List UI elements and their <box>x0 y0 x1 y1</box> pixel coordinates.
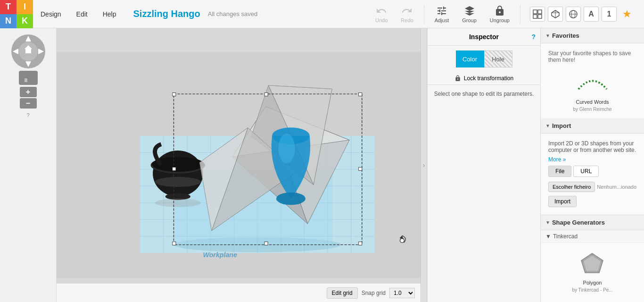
edit-grid-button[interactable]: Edit grid <box>327 287 358 299</box>
number-view-icon[interactable]: 1 <box>602 7 617 22</box>
zoom-in-button[interactable]: + <box>20 87 37 97</box>
import-submit-button[interactable]: Import <box>548 196 577 207</box>
ungroup-button[interactable]: Ungroup <box>485 1 514 27</box>
snap-grid-select[interactable]: 0.1 0.25 0.5 1.0 2.0 5.0 10.0 <box>389 288 415 298</box>
undo-button[interactable]: Undo <box>371 1 392 27</box>
favorites-section: ▼ Favorites Star your favorite shapes to… <box>541 28 644 118</box>
toolbar-right: Undo Redo Adjust Group Ungroup <box>365 1 644 27</box>
favorites-content: Star your favorite shapes to save them h… <box>541 43 644 118</box>
nav-ring-svg[interactable] <box>11 34 46 69</box>
nav-edit[interactable]: Edit <box>69 0 95 28</box>
polygon-sublabel: by Tinkercad - Pe... <box>572 287 612 293</box>
nav-menu: Design Edit Help <box>33 0 124 28</box>
inspector-help[interactable]: ? <box>531 33 536 41</box>
curved-words-icon <box>574 69 611 97</box>
svg-rect-58 <box>173 92 176 96</box>
grid-view-icon[interactable] <box>530 7 545 22</box>
lock-label: Lock transformation <box>464 75 513 82</box>
ungroup-label: Ungroup <box>490 17 510 23</box>
collapse-handle[interactable]: › <box>421 28 427 302</box>
shape-generators-header[interactable]: ▼ Shape Generators <box>541 215 644 230</box>
svg-rect-60 <box>173 242 176 245</box>
svg-point-66 <box>400 238 405 243</box>
url-btn[interactable]: URL <box>573 166 599 177</box>
svg-rect-63 <box>264 242 268 245</box>
undo-label: Undo <box>375 17 388 23</box>
nav-design[interactable]: Design <box>33 0 69 28</box>
file-btn[interactable]: File <box>548 166 571 177</box>
adjust-button[interactable]: Adjust <box>430 1 454 27</box>
logo-k: K <box>17 14 33 28</box>
svg-point-37 <box>155 177 201 187</box>
inspector-header: Inspector ? <box>428 28 540 46</box>
svg-rect-1 <box>538 10 542 14</box>
svg-rect-2 <box>533 15 537 18</box>
snap-grid-label: Snap grid <box>362 290 386 296</box>
svg-rect-61 <box>359 242 362 245</box>
svg-rect-10 <box>25 49 31 53</box>
favorites-header[interactable]: ▼ Favorites <box>541 28 644 43</box>
svg-rect-59 <box>359 92 362 96</box>
nav-ring <box>11 34 46 69</box>
logo-n: N <box>0 14 17 28</box>
adjust-label: Adjust <box>435 17 449 23</box>
3d-viewport[interactable]: Workplane <box>57 28 421 302</box>
zoom-out-button[interactable]: − <box>20 98 37 109</box>
project-title-area: Sizzling Hango All changes saved <box>124 8 365 19</box>
inspector-title: Inspector <box>469 33 499 41</box>
zoom-controls: + − <box>20 87 37 109</box>
color-hole-buttons: Color Hole <box>428 46 540 72</box>
svg-marker-13 <box>23 74 33 77</box>
polygon-label: Polygon <box>583 280 602 285</box>
curved-words-label: Curved Words <box>576 99 609 105</box>
shape-generators-section: ▼ Shape Generators ▼ Tinkercad <box>541 215 644 299</box>
nav-home-button[interactable] <box>19 71 38 85</box>
shape-generators-title: Shape Generators <box>552 219 605 226</box>
inspector-message: Select one shape to edit its parameters. <box>428 85 540 103</box>
logo-t: T <box>0 0 17 14</box>
group-label: Group <box>462 17 477 23</box>
import-section: ▼ Import Import 2D or 3D shapes from you… <box>541 118 644 215</box>
inspector-panel: Inspector ? Color Hole Lock transformati… <box>427 28 540 302</box>
import-description: Import 2D or 3D shapes from your compute… <box>545 137 640 156</box>
tinkercad-subsection-label: Tinkercad <box>553 233 578 240</box>
sidebar-scroll: ▼ Favorites Star your favorite shapes to… <box>541 28 644 302</box>
hole-button[interactable]: Hole <box>484 50 512 67</box>
view-icons: A 1 ★ <box>526 7 638 22</box>
globe-view-icon[interactable] <box>566 7 581 22</box>
left-panel: + − ? <box>0 28 57 302</box>
file-chooser: Escolher ficheiro Nenhum...ionado <box>545 180 640 194</box>
nav-help[interactable]: Help <box>95 0 124 28</box>
star-icon[interactable]: ★ <box>619 7 635 22</box>
tinkercad-subsection: ▼ Tinkercad <box>541 230 644 243</box>
choose-file-button[interactable]: Escolher ficheiro <box>548 182 595 192</box>
cube-view-icon[interactable] <box>548 7 563 22</box>
import-header[interactable]: ▼ Import <box>541 118 644 134</box>
nav-help-icon[interactable]: ? <box>26 112 29 118</box>
svg-rect-0 <box>533 10 537 14</box>
svg-rect-65 <box>359 167 362 170</box>
svg-text:Workplane: Workplane <box>203 251 237 259</box>
tinkercad-logo[interactable]: T I N K <box>0 0 33 28</box>
canvas-area[interactable]: Workplane <box>57 28 421 302</box>
curved-words-sublabel: by Glenn Reimche <box>573 107 611 112</box>
polygon-icon <box>578 250 607 278</box>
nav-controls: + − <box>11 34 46 109</box>
logo-i: I <box>17 0 33 14</box>
color-button[interactable]: Color <box>456 50 484 67</box>
lock-transformation[interactable]: Lock transformation <box>428 72 540 85</box>
favorites-title: Favorites <box>552 32 579 39</box>
curved-words-item[interactable]: Curved Words by Glenn Reimche <box>545 66 640 115</box>
text-view-icon[interactable]: A <box>584 7 599 22</box>
redo-label: Redo <box>401 17 413 23</box>
import-title: Import <box>552 122 571 129</box>
group-button[interactable]: Group <box>457 1 481 27</box>
import-more[interactable]: More » <box>545 156 640 163</box>
svg-point-39 <box>155 199 201 207</box>
import-content: Import 2D or 3D shapes from your compute… <box>541 134 644 215</box>
svg-rect-64 <box>173 167 176 170</box>
redo-button[interactable]: Redo <box>396 1 418 27</box>
polygon-item[interactable]: Polygon by Tinkercad - Pe... <box>545 247 640 295</box>
svg-rect-3 <box>538 15 542 18</box>
project-title[interactable]: Sizzling Hango <box>133 8 200 19</box>
